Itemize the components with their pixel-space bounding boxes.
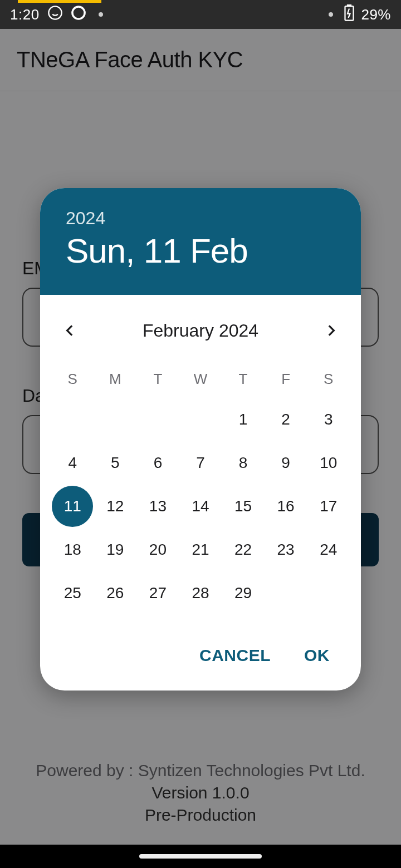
calendar-grid: SMTWTFS 12345678910111213141516171819202… <box>40 355 361 632</box>
status-bar: 1:20 29% <box>0 0 401 29</box>
calendar-day-cell[interactable]: 13 <box>136 485 179 528</box>
calendar-day-cell[interactable]: 17 <box>307 485 350 528</box>
nav-handle[interactable] <box>139 854 262 859</box>
calendar-day-cell[interactable]: 22 <box>222 528 265 571</box>
calendar-empty-cell <box>136 398 179 441</box>
calendar-empty-cell <box>307 571 350 615</box>
weekday-header-row: SMTWTFS <box>51 361 350 398</box>
accent-strip <box>18 0 101 3</box>
ok-button[interactable]: OK <box>304 646 330 665</box>
weekday-header-cell: F <box>265 361 307 398</box>
status-right-group: 29% <box>329 4 391 25</box>
month-year-label[interactable]: February 2024 <box>143 320 258 341</box>
calendar-day-cell[interactable]: 5 <box>94 441 137 485</box>
calendar-day-cell[interactable]: 20 <box>136 528 179 571</box>
prev-month-button[interactable] <box>57 317 84 344</box>
calendar-week-row: 11121314151617 <box>51 485 350 528</box>
weekday-header-cell: T <box>136 361 179 398</box>
weekday-header-cell: M <box>94 361 137 398</box>
calendar-day-cell[interactable]: 19 <box>94 528 137 571</box>
calendar-week-row: 123 <box>51 398 350 441</box>
status-left-group: 1:20 <box>10 5 103 24</box>
app-area: TNeGA Face Auth KYC EM Da Powered by : S… <box>0 29 401 845</box>
calendar-day-cell[interactable]: 21 <box>179 528 222 571</box>
svg-rect-4 <box>348 4 351 6</box>
whatsapp-icon <box>47 5 63 24</box>
calendar-day-cell[interactable]: 16 <box>265 485 307 528</box>
weekday-header-cell: T <box>222 361 265 398</box>
calendar-day-cell[interactable]: 24 <box>307 528 350 571</box>
chevron-left-icon <box>63 323 77 338</box>
system-nav-bar <box>0 845 401 868</box>
calendar-day-cell[interactable]: 8 <box>222 441 265 485</box>
svg-point-0 <box>48 6 61 19</box>
dialog-actions: CANCEL OK <box>40 632 361 691</box>
calendar-day-cell[interactable]: 26 <box>94 571 137 615</box>
calendar-day-cell[interactable]: 25 <box>51 571 94 615</box>
date-picker-year[interactable]: 2024 <box>66 208 335 229</box>
calendar-day-cell[interactable]: 27 <box>136 571 179 615</box>
calendar-day-cell[interactable]: 3 <box>307 398 350 441</box>
calendar-day-cell[interactable]: 23 <box>265 528 307 571</box>
calendar-day-cell[interactable]: 18 <box>51 528 94 571</box>
more-notifications-icon <box>99 12 103 17</box>
status-dot-icon <box>329 12 333 17</box>
date-picker-dialog: 2024 Sun, 11 Feb February 2024 SMTWTFS 1… <box>40 188 361 691</box>
calendar-day-cell[interactable]: 7 <box>179 441 222 485</box>
calendar-day-cell[interactable]: 1 <box>222 398 265 441</box>
calendar-day-cell[interactable]: 29 <box>222 571 265 615</box>
app-notification-icon <box>71 5 86 24</box>
status-time: 1:20 <box>10 6 40 23</box>
calendar-empty-cell <box>265 571 307 615</box>
calendar-week-row: 18192021222324 <box>51 528 350 571</box>
calendar-empty-cell <box>94 398 137 441</box>
calendar-day-cell[interactable]: 15 <box>222 485 265 528</box>
battery-percent: 29% <box>361 6 391 23</box>
calendar-empty-cell <box>179 398 222 441</box>
weekday-header-cell: S <box>307 361 350 398</box>
chevron-right-icon <box>324 323 338 338</box>
calendar-day-cell[interactable]: 28 <box>179 571 222 615</box>
calendar-week-row: 2526272829 <box>51 571 350 615</box>
svg-point-2 <box>73 7 84 18</box>
weekday-header-cell: S <box>51 361 94 398</box>
next-month-button[interactable] <box>317 317 344 344</box>
calendar-day-cell[interactable]: 10 <box>307 441 350 485</box>
calendar-day-cell[interactable]: 9 <box>265 441 307 485</box>
calendar-day-cell[interactable]: 14 <box>179 485 222 528</box>
calendar-day-cell[interactable]: 2 <box>265 398 307 441</box>
weekday-header-cell: W <box>179 361 222 398</box>
calendar-day-cell[interactable]: 6 <box>136 441 179 485</box>
date-picker-selected-date[interactable]: Sun, 11 Feb <box>66 231 335 270</box>
calendar-week-row: 45678910 <box>51 441 350 485</box>
calendar-day-cell[interactable]: 12 <box>94 485 137 528</box>
battery-icon <box>344 4 354 25</box>
cancel-button[interactable]: CANCEL <box>199 646 271 665</box>
date-picker-header: 2024 Sun, 11 Feb <box>40 188 361 295</box>
calendar-empty-cell <box>51 398 94 441</box>
calendar-day-cell[interactable]: 11 <box>51 485 94 528</box>
month-navigation: February 2024 <box>40 295 361 355</box>
calendar-day-cell[interactable]: 4 <box>51 441 94 485</box>
